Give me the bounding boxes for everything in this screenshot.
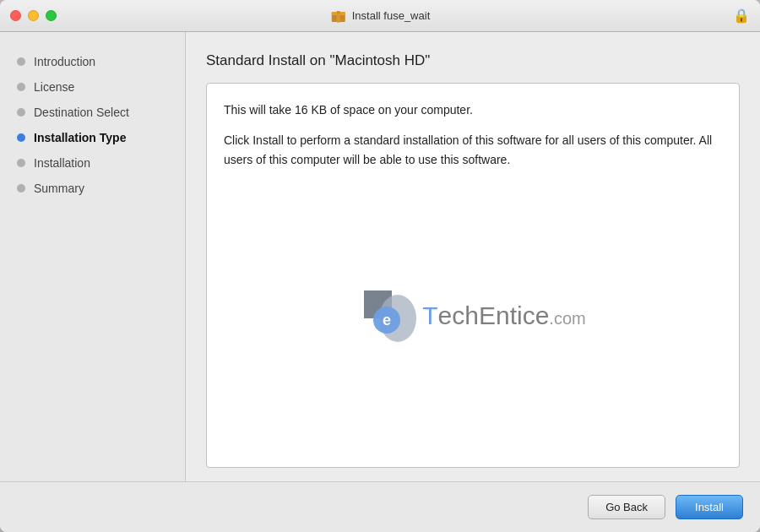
dot-destination-select [17, 108, 25, 117]
title-bar-center: Install fuse_wait [330, 8, 431, 24]
package-icon [330, 8, 347, 24]
sidebar-item-installation[interactable]: Installation [0, 150, 185, 176]
dot-installation-type [17, 133, 25, 142]
content-box: This will take 16 KB of space on your co… [206, 83, 740, 468]
page-title: Standard Install on "Macintosh HD" [206, 52, 740, 69]
sidebar-item-summary[interactable]: Summary [0, 176, 185, 201]
watermark-area: e TechEntice.com [224, 181, 722, 450]
sidebar-label-destination-select: Destination Select [34, 106, 129, 119]
maximize-button[interactable] [46, 10, 57, 21]
brand-e-letter: T [422, 301, 437, 329]
main-panel: Standard Install on "Macintosh HD" This … [186, 32, 760, 481]
window-title: Install fuse_wait [352, 9, 431, 22]
sidebar-item-license[interactable]: License [0, 74, 185, 100]
brand-rest: echEntice [438, 301, 550, 329]
sidebar-item-introduction[interactable]: Introduction [0, 49, 185, 74]
paragraph-description: Click Install to perform a standard inst… [224, 131, 722, 169]
techentice-logo-icon: e [360, 286, 419, 345]
dot-summary [17, 184, 25, 193]
sidebar-label-introduction: Introduction [34, 55, 95, 68]
lock-icon: 🔒 [733, 8, 750, 24]
install-button[interactable]: Install [676, 495, 743, 519]
svg-rect-3 [337, 11, 340, 14]
content-area: Introduction License Destination Select … [0, 32, 760, 481]
dot-introduction [17, 57, 25, 66]
close-button[interactable] [10, 10, 21, 21]
sidebar-label-installation-type: Installation Type [34, 131, 126, 144]
installer-window: Install fuse_wait 🔒 Introduction License… [0, 0, 760, 532]
sidebar-label-installation: Installation [34, 156, 90, 170]
svg-text:e: e [383, 312, 391, 328]
brand-name: TechEntice.com [422, 301, 585, 330]
dot-license [17, 83, 25, 91]
sidebar-item-installation-type[interactable]: Installation Type [0, 125, 185, 150]
brand-dotcom: .com [549, 309, 585, 328]
traffic-lights [10, 10, 57, 21]
minimize-button[interactable] [28, 10, 39, 21]
sidebar-label-summary: Summary [34, 182, 84, 195]
go-back-button[interactable]: Go Back [588, 495, 665, 519]
dot-installation [17, 159, 25, 167]
title-bar: Install fuse_wait 🔒 [0, 0, 760, 32]
sidebar-label-license: License [34, 80, 74, 94]
sidebar: Introduction License Destination Select … [0, 32, 186, 481]
sidebar-item-destination-select[interactable]: Destination Select [0, 100, 185, 125]
footer: Go Back Install [0, 481, 760, 532]
paragraph-space: This will take 16 KB of space on your co… [224, 100, 722, 119]
watermark: e TechEntice.com [360, 286, 585, 345]
